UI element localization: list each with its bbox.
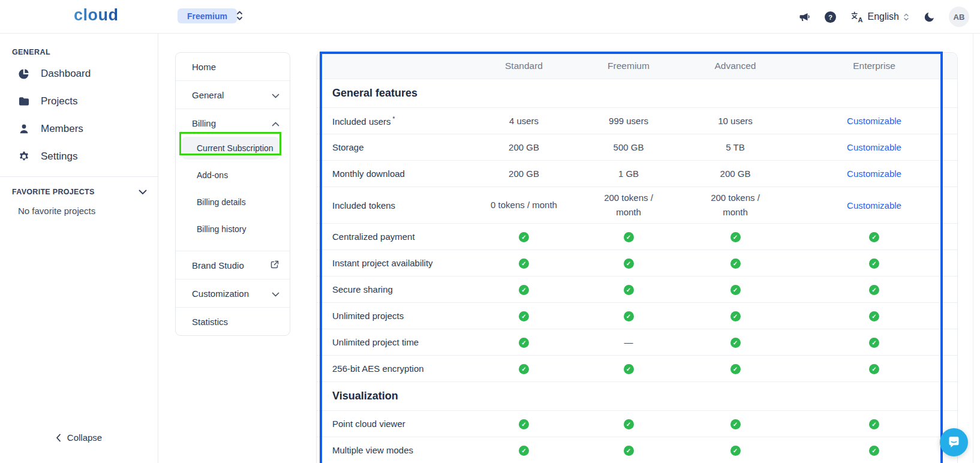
table-row: Instant project availability✓✓✓✓ bbox=[317, 249, 957, 276]
settings-icon bbox=[18, 151, 30, 163]
not-included-dash: — bbox=[624, 337, 633, 347]
external-link-icon bbox=[270, 260, 279, 271]
subnav-subitem-billing-history[interactable]: Billing history bbox=[176, 218, 290, 240]
customizable-link[interactable]: Customizable bbox=[847, 169, 901, 179]
table-cell: ✓ bbox=[681, 227, 790, 246]
check-icon: ✓ bbox=[519, 338, 529, 348]
feature-value: 200 GB bbox=[509, 140, 539, 155]
table-cell: ✓ bbox=[681, 414, 790, 433]
table-cell: ✓ bbox=[471, 333, 576, 351]
table-row: Monthly download200 GB1 GB200 GBCustomiz… bbox=[317, 160, 957, 187]
customizable-link[interactable]: Customizable bbox=[847, 116, 901, 126]
subnav-subitem-billing-details[interactable]: Billing details bbox=[176, 191, 290, 214]
feature-label: Multiple view modes bbox=[317, 441, 471, 459]
check-icon: ✓ bbox=[869, 419, 879, 429]
feature-value: 0 tokens / month bbox=[491, 198, 557, 212]
table-row: 256-bit AES encryption✓✓✓✓ bbox=[317, 355, 957, 381]
customizable-link[interactable]: Customizable bbox=[847, 142, 901, 152]
table-cell: 200 tokens / month bbox=[681, 187, 790, 223]
check-icon: ✓ bbox=[869, 258, 879, 269]
table-cell: ✓ bbox=[471, 414, 576, 433]
sidebar-item-settings[interactable]: Settings bbox=[0, 143, 158, 170]
table-row: Unlimited project time✓—✓✓ bbox=[317, 329, 957, 355]
subnav-subitem-current-subscription[interactable]: Current Subscription bbox=[182, 137, 279, 160]
feature-label: Centralized payment bbox=[317, 228, 471, 245]
check-icon: ✓ bbox=[624, 419, 634, 429]
table-cell: ✓ bbox=[576, 441, 681, 459]
table-cell: ✓ bbox=[471, 441, 576, 459]
subnav-item-brand-studio[interactable]: Brand Studio bbox=[176, 251, 290, 279]
table-cell: ✓ bbox=[681, 441, 790, 459]
help-icon[interactable]: ? bbox=[824, 10, 837, 23]
feature-value: 5 TB bbox=[726, 140, 744, 155]
sidebar-item-projects[interactable]: Projects bbox=[0, 88, 158, 115]
subnav-item-customization[interactable]: Customization bbox=[176, 279, 290, 307]
table-cell: 200 GB bbox=[471, 137, 576, 158]
projects-icon bbox=[18, 95, 30, 107]
footnote-asterisk: * bbox=[393, 116, 395, 122]
check-icon: ✓ bbox=[731, 232, 741, 242]
app-logo: cloud bbox=[74, 6, 119, 25]
sidebar-section-heading: GENERAL bbox=[12, 48, 158, 56]
sidebar-item-members[interactable]: Members bbox=[0, 115, 158, 143]
settings-subnav: HomeGeneralBillingCurrent SubscriptionAd… bbox=[175, 52, 290, 336]
user-avatar[interactable]: AB bbox=[949, 7, 969, 27]
table-cell: 200 GB bbox=[471, 163, 576, 185]
feature-value: 500 GB bbox=[614, 140, 644, 155]
subnav-subitem-add-ons[interactable]: Add-ons bbox=[176, 164, 290, 187]
check-icon: ✓ bbox=[869, 364, 879, 374]
feature-label: Instant project availability bbox=[317, 254, 471, 272]
sidebar-divider bbox=[0, 176, 158, 177]
table-cell: ✓ bbox=[790, 414, 958, 433]
table-row: Storage200 GB500 GB5 TBCustomizable bbox=[317, 134, 957, 160]
subnav-item-general[interactable]: General bbox=[176, 81, 290, 109]
subnav-item-billing[interactable]: Billing bbox=[176, 109, 290, 137]
collapse-button[interactable]: Collapse bbox=[0, 432, 158, 443]
dark-mode-icon[interactable] bbox=[922, 10, 936, 23]
table-cell: ✓ bbox=[576, 254, 681, 272]
chat-widget-button[interactable] bbox=[940, 428, 968, 456]
plan-column-header-advanced: Advanced bbox=[681, 57, 790, 75]
check-icon: ✓ bbox=[869, 232, 879, 242]
chevron-left-icon bbox=[56, 434, 61, 442]
check-icon: ✓ bbox=[519, 232, 529, 242]
plan-badge[interactable]: Freemium bbox=[178, 8, 237, 23]
table-cell: 1 GB bbox=[576, 163, 681, 185]
table-cell: 500 GB bbox=[576, 137, 681, 158]
table-cell: ✓ bbox=[576, 227, 681, 246]
translate-icon: A bbox=[850, 10, 864, 23]
scrollbar-track bbox=[973, 34, 973, 463]
table-cell: 200 tokens / month bbox=[576, 187, 681, 223]
chevron-down-icon bbox=[139, 190, 147, 195]
language-selector[interactable]: A English bbox=[850, 10, 909, 23]
table-cell: 4 users bbox=[471, 110, 576, 132]
svg-text:A: A bbox=[858, 16, 862, 23]
customizable-link[interactable]: Customizable bbox=[847, 200, 901, 211]
feature-label: 256-bit AES encryption bbox=[317, 360, 471, 377]
table-cell: Customizable bbox=[790, 112, 958, 130]
check-icon: ✓ bbox=[624, 232, 634, 242]
table-row: Secure sharing✓✓✓✓ bbox=[317, 276, 957, 302]
table-cell: ✓ bbox=[790, 254, 958, 272]
table-cell: Customizable bbox=[790, 165, 958, 182]
subnav-subitem-label: Add-ons bbox=[197, 170, 228, 180]
feature-value: 999 users bbox=[609, 114, 648, 128]
subnav-item-home[interactable]: Home bbox=[176, 53, 290, 80]
sidebar-item-dashboard[interactable]: Dashboard bbox=[0, 60, 158, 88]
language-unfold-icon bbox=[903, 13, 909, 22]
check-icon: ✓ bbox=[624, 446, 634, 456]
check-icon: ✓ bbox=[519, 311, 529, 321]
table-cell: 999 users bbox=[576, 110, 681, 132]
table-cell: ✓ bbox=[681, 333, 790, 351]
table-row: Unlimited projects✓✓✓✓ bbox=[317, 302, 957, 329]
announcements-icon[interactable] bbox=[798, 10, 811, 23]
plan-unfold-icon[interactable] bbox=[236, 10, 244, 24]
table-cell: 10 users bbox=[681, 110, 790, 132]
sidebar-item-label: Projects bbox=[41, 95, 77, 107]
check-icon: ✓ bbox=[624, 364, 634, 374]
table-cell: ✓ bbox=[681, 359, 790, 378]
subnav-item-statistics[interactable]: Statistics bbox=[176, 308, 290, 335]
table-row: Multiple view modes✓✓✓✓ bbox=[317, 437, 957, 463]
favorite-projects-header[interactable]: FAVORITE PROJECTS bbox=[12, 188, 147, 196]
chevron-up-icon bbox=[272, 118, 279, 128]
